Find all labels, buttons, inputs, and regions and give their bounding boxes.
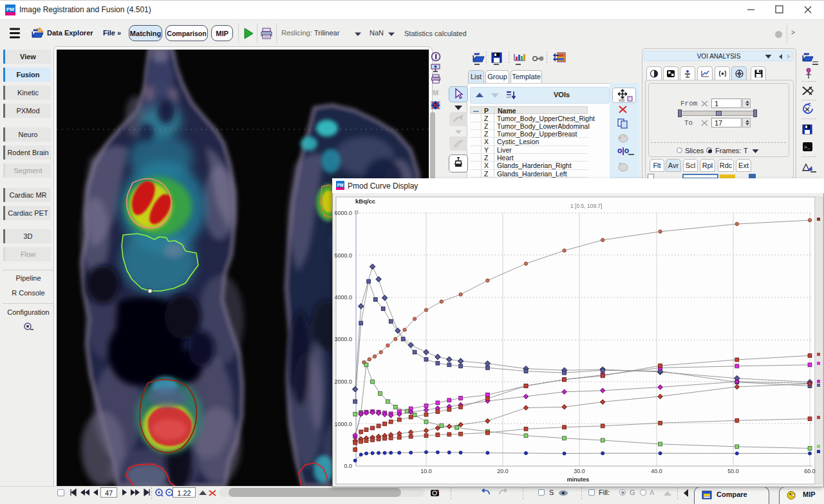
svg-text:minutes: minutes	[567, 476, 590, 483]
svg-text:kBq/cc: kBq/cc	[355, 198, 375, 205]
svg-text:3000.0: 3000.0	[334, 336, 352, 342]
svg-text:1 [0.5, 109.7]: 1 [0.5, 109.7]	[570, 203, 603, 209]
svg-text:60.0: 60.0	[804, 468, 816, 474]
svg-text:20.0: 20.0	[497, 468, 509, 474]
svg-text:voi: voi	[619, 98, 624, 102]
svg-text:30.0: 30.0	[574, 468, 585, 474]
svg-text:40.0: 40.0	[651, 468, 662, 474]
svg-text:PM: PM	[6, 6, 14, 12]
svg-text:>_: >_	[804, 144, 810, 150]
svg-text:0.0: 0.0	[344, 463, 352, 469]
svg-text:1000.0: 1000.0	[334, 421, 352, 427]
svg-text:2000.0: 2000.0	[334, 378, 352, 385]
svg-text:50.0: 50.0	[727, 468, 739, 474]
svg-text:4000.0: 4000.0	[334, 294, 352, 301]
svg-text:10.0: 10.0	[420, 468, 432, 474]
svg-text:PM: PM	[337, 183, 344, 187]
svg-text:5000.0: 5000.0	[334, 252, 352, 259]
svg-text:6000.0: 6000.0	[334, 210, 352, 216]
